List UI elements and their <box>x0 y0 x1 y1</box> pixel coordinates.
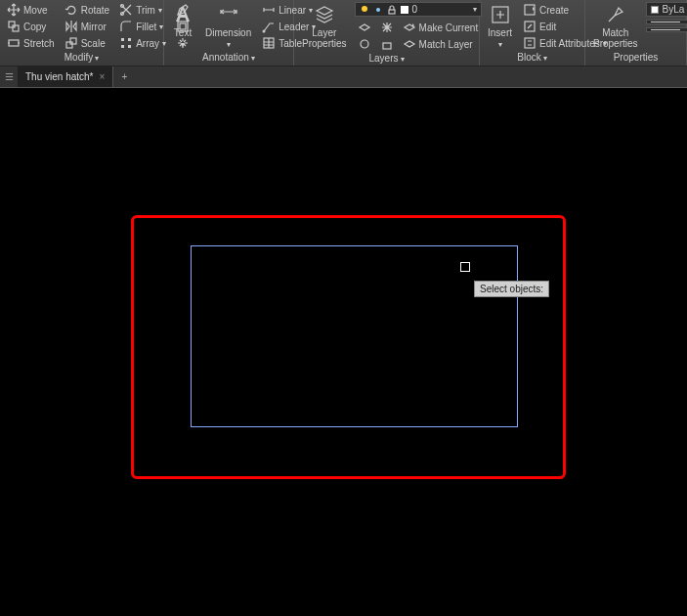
layer-properties-label: Layer Properties <box>302 27 347 49</box>
insert-icon <box>490 4 511 25</box>
edit-label: Edit <box>539 22 556 32</box>
copy-button[interactable]: Copy <box>4 19 58 34</box>
trim-button[interactable]: Trim ▾ <box>116 2 169 18</box>
layer-state-3[interactable] <box>377 20 397 35</box>
svg-rect-0 <box>9 22 15 27</box>
current-layer-name: 0 <box>412 4 469 15</box>
lightbulb-icon <box>360 5 369 15</box>
mirror-label: Mirror <box>81 22 107 32</box>
tab-close-icon[interactable]: × <box>100 71 106 82</box>
text-dropdown[interactable]: ▾ <box>181 40 185 49</box>
dimension-dropdown[interactable]: ▾ <box>227 40 231 49</box>
insert-button[interactable]: Insert ▾ <box>484 2 516 51</box>
match-layer-button[interactable]: Match Layer <box>400 36 482 52</box>
drawing-canvas[interactable]: Select objects: <box>0 88 687 616</box>
svg-rect-8 <box>128 38 131 41</box>
move-button[interactable]: Move <box>4 2 58 18</box>
make-current-icon <box>403 21 416 34</box>
table-icon <box>262 36 276 50</box>
panel-layers-title[interactable]: Layers▾ <box>298 52 475 66</box>
match-props-label: Match Properties <box>593 27 638 49</box>
dimension-label: Dimension <box>205 27 251 38</box>
trim-dropdown[interactable]: ▾ <box>158 6 162 15</box>
layers-icon <box>314 4 335 25</box>
trim-label: Trim <box>136 5 155 16</box>
array-button[interactable]: Array ▾ <box>116 35 169 51</box>
svg-point-15 <box>362 6 367 12</box>
stretch-button[interactable]: Stretch <box>4 35 58 51</box>
lock-icon <box>387 5 397 15</box>
svg-rect-10 <box>128 45 131 48</box>
layer-state-1[interactable] <box>355 20 374 35</box>
dimension-icon <box>218 4 239 25</box>
svg-rect-4 <box>70 38 76 44</box>
match-props-icon <box>605 4 626 25</box>
linetype-preview <box>651 29 680 30</box>
svg-point-18 <box>361 40 368 48</box>
color-label: ByLa <box>663 4 685 15</box>
layer-lock-icon <box>380 37 394 51</box>
panel-annotation-title[interactable]: Annotation▾ <box>168 51 289 65</box>
color-selector[interactable]: ByLa <box>646 2 687 17</box>
match-layer-icon <box>403 37 416 51</box>
ribbon: Move Copy Stretch Rotate Mirro <box>0 0 687 66</box>
svg-rect-2 <box>9 40 19 46</box>
layer-freeze-icon <box>380 21 394 34</box>
panel-block-title[interactable]: Block▾ <box>484 51 580 65</box>
mirror-button[interactable]: Mirror <box>62 19 112 34</box>
panel-layers: Layer Properties 0 ▾ <box>294 0 480 66</box>
rotate-icon <box>64 3 78 17</box>
text-button[interactable]: Text ▾ <box>168 2 197 51</box>
fillet-label: Fillet <box>136 22 156 32</box>
linetype-selector[interactable] <box>646 27 687 32</box>
svg-rect-9 <box>121 45 124 48</box>
fillet-icon <box>119 20 133 33</box>
drawing-rectangle[interactable] <box>191 245 518 427</box>
line-preview <box>651 22 680 22</box>
panel-properties-title[interactable]: Properties <box>589 51 682 65</box>
edit-attrs-icon <box>523 36 537 50</box>
fillet-button[interactable]: Fillet ▾ <box>116 19 169 34</box>
rotate-button[interactable]: Rotate <box>62 2 112 18</box>
rotate-label: Rotate <box>81 5 109 16</box>
tab-label: Thu vien hatch* <box>25 71 94 82</box>
tab-add-button[interactable]: + <box>113 66 135 87</box>
layer-state-4[interactable] <box>377 36 397 52</box>
sun-icon <box>373 5 383 15</box>
svg-rect-3 <box>66 42 72 48</box>
layer-state-2[interactable] <box>355 36 374 52</box>
make-current-label: Make Current <box>419 22 479 33</box>
stretch-icon <box>7 36 21 50</box>
copy-label: Copy <box>23 22 46 32</box>
insert-dropdown[interactable]: ▾ <box>498 40 502 49</box>
lineweight-selector[interactable] <box>646 20 687 24</box>
layer-iso-icon <box>358 21 371 34</box>
panel-modify: Move Copy Stretch Rotate Mirro <box>0 0 164 66</box>
tab-thu-vien-hatch[interactable]: Thu vien hatch* × <box>18 66 113 87</box>
text-label: Text <box>174 27 192 38</box>
array-icon <box>119 36 133 50</box>
array-label: Array <box>136 38 159 49</box>
svg-point-16 <box>376 8 380 12</box>
insert-label: Insert <box>488 27 512 38</box>
layer-color-swatch <box>401 6 408 14</box>
command-tooltip: Select objects: <box>474 281 549 297</box>
match-properties-button[interactable]: Match Properties <box>589 2 642 51</box>
layer-properties-button[interactable]: Layer Properties <box>298 2 351 51</box>
panel-modify-title[interactable]: Modify▾ <box>4 51 159 65</box>
make-current-button[interactable]: Make Current <box>400 20 482 35</box>
scale-button[interactable]: Scale <box>62 35 112 51</box>
layer-dropdown-arrow[interactable]: ▾ <box>473 5 477 14</box>
color-swatch <box>651 6 659 14</box>
move-label: Move <box>23 5 47 16</box>
tab-menu-button[interactable]: ☰ <box>0 66 18 87</box>
panel-properties: Match Properties ByLa Properties <box>585 0 687 66</box>
svg-point-13 <box>263 30 266 33</box>
create-label: Create <box>539 5 569 16</box>
create-icon <box>523 3 537 17</box>
dimension-button[interactable]: Dimension ▾ <box>201 2 255 51</box>
match-layer-label: Match Layer <box>419 39 473 50</box>
fillet-dropdown[interactable]: ▾ <box>159 22 163 31</box>
layer-selector[interactable]: 0 ▾ <box>355 2 482 17</box>
svg-rect-19 <box>383 43 391 49</box>
